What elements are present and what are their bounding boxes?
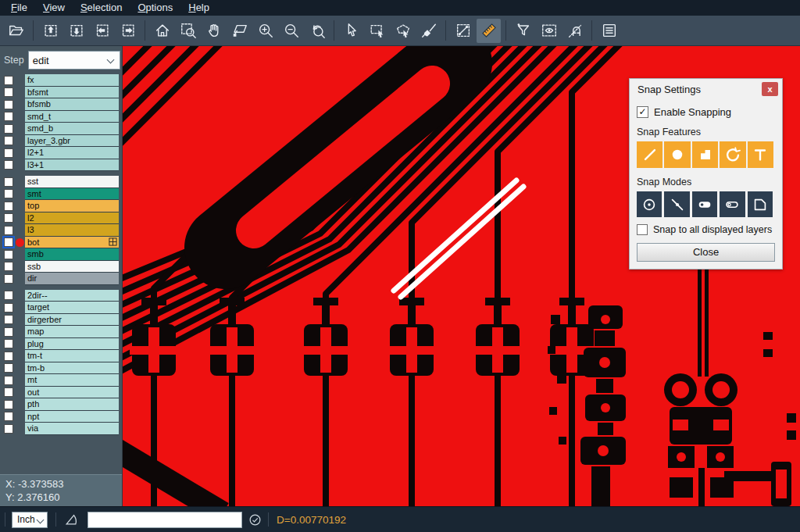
- snap-all-layers-checkbox[interactable]: [637, 224, 648, 235]
- layer-checkbox-tm-t[interactable]: [4, 352, 13, 361]
- snap-magnet-tool-button[interactable]: [562, 19, 587, 43]
- step-select[interactable]: edit: [28, 51, 120, 70]
- layer-name-cell-dirgerber[interactable]: dirgerber: [25, 314, 119, 327]
- select-arrow-tool-button[interactable]: [339, 19, 363, 43]
- layer-name-cell-smt[interactable]: smt: [25, 188, 119, 201]
- snap-feature-text-button[interactable]: [748, 141, 773, 168]
- layer-checkbox-ssb[interactable]: [4, 262, 13, 271]
- layer-checkbox-target[interactable]: [4, 303, 13, 312]
- snap-mode-slot-filled-button[interactable]: [692, 191, 717, 217]
- snap-mode-contour-button[interactable]: [748, 191, 773, 217]
- layer-name-cell-bfsmt[interactable]: bfsmt: [25, 87, 119, 99]
- pan-up-tool-button[interactable]: [38, 19, 62, 43]
- pan-right-tool-button[interactable]: [116, 19, 140, 43]
- layer-checkbox-l3[interactable]: [4, 226, 13, 235]
- close-icon[interactable]: x: [762, 82, 778, 96]
- pan-hand-tool-button[interactable]: [202, 19, 226, 43]
- layer-checkbox-npt[interactable]: [4, 412, 13, 421]
- layer-checkbox-layer_3.gbr[interactable]: [4, 136, 13, 145]
- pan-left-tool-button[interactable]: [90, 19, 114, 43]
- layer-name-cell-bfsmb[interactable]: bfsmb: [25, 98, 119, 111]
- layer-name-cell-npt[interactable]: npt: [25, 411, 119, 423]
- layer-checkbox-smb[interactable]: [4, 250, 13, 259]
- filter-tool-button[interactable]: [511, 19, 535, 43]
- menu-item-options[interactable]: Options: [130, 0, 180, 16]
- layer-checkbox-map[interactable]: [4, 327, 13, 337]
- layer-name-cell-smd_t[interactable]: smd_t: [25, 111, 119, 123]
- menu-item-help[interactable]: Help: [180, 0, 217, 16]
- layer-checkbox-via[interactable]: [4, 424, 13, 434]
- layer-name-cell-l3+1[interactable]: l3+1: [25, 159, 119, 172]
- zoom-window-tool-button[interactable]: [227, 19, 252, 43]
- layer-name-cell-plug[interactable]: plug: [25, 338, 119, 351]
- layer-name-cell-fx[interactable]: fx: [25, 74, 119, 87]
- layer-checkbox-out[interactable]: [4, 387, 13, 397]
- layer-checkbox-pth[interactable]: [4, 400, 13, 409]
- zoom-in-tool-button[interactable]: [253, 19, 277, 43]
- select-rect-tool-button[interactable]: [365, 19, 389, 43]
- zoom-out-tool-button[interactable]: [279, 19, 303, 43]
- snap-mode-center-button[interactable]: [637, 191, 662, 217]
- layer-checkbox-l2[interactable]: [4, 213, 13, 223]
- zoom-area-tool-button[interactable]: [176, 19, 200, 43]
- layer-checkbox-top[interactable]: [4, 202, 13, 211]
- snap-feature-circle-button[interactable]: [664, 141, 690, 168]
- layer-name-cell-bot[interactable]: bot: [25, 237, 119, 249]
- layer-checkbox-smd_b[interactable]: [4, 124, 13, 134]
- close-button[interactable]: Close: [637, 243, 775, 262]
- layer-name-cell-layer_3.gbr[interactable]: layer_3.gbr: [25, 135, 119, 148]
- layer-checkbox-l2+1[interactable]: [4, 148, 13, 158]
- layer-checkbox-dir[interactable]: [4, 274, 13, 284]
- report-tool-button[interactable]: [597, 19, 621, 43]
- layer-name-cell-smb[interactable]: smb: [25, 248, 119, 261]
- layer-name-cell-out[interactable]: out: [25, 387, 119, 399]
- snap-mode-slot-outline-button[interactable]: [720, 191, 745, 217]
- layer-name-cell-ssb[interactable]: ssb: [25, 261, 119, 273]
- layer-name-cell-l2+1[interactable]: l2+1: [25, 147, 119, 159]
- home-tool-button[interactable]: [150, 19, 174, 43]
- menu-item-selection[interactable]: Selection: [73, 0, 130, 16]
- layer-checkbox-dirgerber[interactable]: [4, 315, 13, 324]
- clean-brush-tool-button[interactable]: [416, 19, 441, 43]
- measure-value-input[interactable]: [88, 512, 242, 528]
- layer-checkbox-smt[interactable]: [4, 189, 13, 198]
- layer-name-cell-dir[interactable]: dir: [25, 273, 119, 285]
- snap-feature-line-button[interactable]: [637, 141, 662, 168]
- layer-name-cell-sst[interactable]: sst: [25, 176, 119, 188]
- select-polygon-tool-button[interactable]: [391, 19, 415, 43]
- layer-checkbox-bot[interactable]: [4, 237, 13, 247]
- menu-item-file[interactable]: File: [3, 0, 35, 16]
- layer-name-cell-smd_b[interactable]: smd_b: [25, 123, 119, 135]
- layer-checkbox-2dir--[interactable]: [4, 291, 13, 300]
- layer-checkbox-bfsmb[interactable]: [4, 100, 13, 109]
- ruler-tool-button[interactable]: [477, 19, 501, 43]
- snap-feature-arc-button[interactable]: [720, 141, 745, 168]
- layer-name-cell-l3[interactable]: l3: [25, 224, 119, 237]
- snap-feature-pad-button[interactable]: [692, 141, 718, 168]
- layer-name-cell-tm-b[interactable]: tm-b: [25, 362, 119, 375]
- dialog-title-bar[interactable]: Snap Settings x: [630, 79, 782, 99]
- layer-name-cell-top[interactable]: top: [25, 200, 119, 212]
- layer-name-cell-via[interactable]: via: [25, 423, 119, 435]
- apply-check-icon[interactable]: [248, 513, 262, 527]
- menu-item-view[interactable]: View: [35, 0, 73, 16]
- layer-name-cell-2dir--[interactable]: 2dir--: [25, 290, 119, 302]
- layer-checkbox-fx[interactable]: [4, 76, 13, 85]
- layer-name-cell-pth[interactable]: pth: [25, 398, 119, 411]
- view-options-tool-button[interactable]: [537, 19, 561, 43]
- layer-checkbox-l3+1[interactable]: [4, 160, 13, 170]
- layer-checkbox-tm-b[interactable]: [4, 363, 13, 373]
- layer-name-cell-map[interactable]: map: [25, 326, 119, 338]
- layer-name-cell-target[interactable]: target: [25, 302, 119, 314]
- enable-snapping-checkbox[interactable]: ✓: [637, 106, 648, 118]
- snap-mode-line-midpoint-button[interactable]: [664, 191, 689, 217]
- layer-name-cell-tm-t[interactable]: tm-t: [25, 350, 119, 362]
- layer-name-cell-l2[interactable]: l2: [25, 212, 119, 225]
- zoom-previous-tool-button[interactable]: [305, 19, 329, 43]
- layer-checkbox-smd_t[interactable]: [4, 112, 13, 121]
- layer-checkbox-sst[interactable]: [4, 177, 13, 187]
- layer-checkbox-bfsmt[interactable]: [4, 87, 13, 97]
- layer-name-cell-mt[interactable]: mt: [25, 374, 119, 387]
- layer-checkbox-plug[interactable]: [4, 339, 13, 348]
- measure-line-tool-button[interactable]: [451, 19, 475, 43]
